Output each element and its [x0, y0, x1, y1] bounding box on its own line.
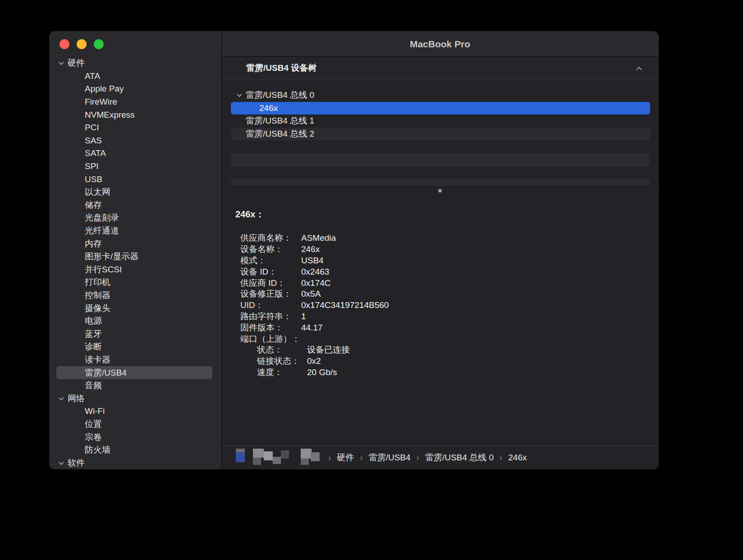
sidebar-item-label: 雷雳/USB4 [85, 367, 127, 379]
sidebar-item-thunderbolt-usb4[interactable]: 雷雳/USB4 [56, 366, 212, 379]
tree-row-empty [231, 179, 650, 186]
tree-row-246x[interactable]: 246x [231, 102, 650, 115]
detail-label: 状态： [257, 344, 307, 356]
sidebar-item-disc-burning[interactable]: 光盘刻录 [56, 211, 212, 225]
device-tree-list: 雷雳/USB4 总线 0 246x 雷雳/USB4 总线 1 雷雳/USB4 总… [222, 80, 658, 186]
sidebar-item-ata[interactable]: ATA [56, 70, 212, 83]
sidebar-item-label: 蓝牙 [85, 328, 102, 340]
detail-value: USB4 [301, 256, 324, 266]
sidebar-item-label: 打印机 [85, 276, 110, 288]
sidebar-item-label: ATA [85, 71, 100, 81]
device-tree-title: 雷雳/USB4 设备树 [246, 62, 316, 74]
sidebar-item-graphics-displays[interactable]: 图形卡/显示器 [56, 250, 212, 263]
minimize-button[interactable] [77, 39, 87, 49]
sidebar-item-volumes[interactable]: 宗卷 [56, 431, 212, 444]
detail-value: 设备已连接 [307, 344, 350, 356]
tree-row-bus2[interactable]: 雷雳/USB4 总线 2 [231, 128, 650, 141]
close-button[interactable] [60, 39, 69, 49]
splitter-handle-icon[interactable] [438, 189, 442, 193]
details-pane: 246x： 供应商名称：ASMedia 设备名称：246x 模式：USB4 设备… [222, 195, 658, 445]
detail-value: 44.17 [301, 323, 323, 333]
detail-row-port-upstream: 端口（上游）： [240, 333, 649, 344]
sidebar-item-label: NVMExpress [85, 110, 135, 120]
sidebar-item-locations[interactable]: 位置 [56, 418, 212, 431]
sidebar-group-label: 硬件 [68, 57, 85, 69]
detail-label: 设备 ID： [240, 266, 301, 278]
detail-row-route-string: 路由字符串：1 [240, 311, 649, 322]
sidebar-item-card-reader[interactable]: 读卡器 [56, 353, 212, 367]
sidebar-item-fibre-channel[interactable]: 光纤通道 [56, 225, 212, 238]
breadcrumb-separator: › [327, 453, 332, 463]
breadcrumb-item-thunderbolt-usb4[interactable]: 雷雳/USB4 [369, 452, 411, 464]
detail-label: 路由字符串： [240, 311, 301, 322]
tree-row-label: 246x [259, 103, 278, 113]
detail-value: 0x174C [301, 278, 331, 288]
sidebar-nav: 硬件 ATA Apple Pay FireWire NVMExpress PCI… [50, 57, 221, 469]
detail-value: 246x [301, 244, 320, 254]
sidebar-item-firewall[interactable]: 防火墙 [56, 444, 212, 457]
sidebar-item-wifi[interactable]: Wi-Fi [56, 405, 212, 418]
window-title: MacBook Pro [410, 39, 470, 50]
tree-row-label: 雷雳/USB4 总线 1 [246, 115, 314, 127]
sidebar-item-sata[interactable]: SATA [56, 147, 212, 160]
detail-label: 供应商 ID： [240, 277, 301, 289]
sidebar-item-label: 储存 [85, 199, 102, 211]
sidebar-item-controller[interactable]: 控制器 [56, 289, 212, 302]
sidebar-item-pci[interactable]: PCI [56, 121, 212, 134]
sidebar-group-network[interactable]: 网络 [50, 392, 221, 405]
sidebar-item-sas[interactable]: SAS [56, 134, 212, 147]
sidebar-item-label: Wi-Fi [85, 406, 105, 416]
sidebar-item-storage[interactable]: 储存 [56, 199, 212, 212]
breadcrumb-separator: › [358, 453, 364, 463]
sidebar-group-software[interactable]: 软件 [50, 456, 221, 469]
detail-row-firmware-version: 固件版本：44.17 [240, 322, 649, 333]
sidebar-item-label: 摄像头 [85, 303, 110, 314]
sidebar-item-memory[interactable]: 内存 [56, 237, 212, 250]
breadcrumb-item-bus0[interactable]: 雷雳/USB4 总线 0 [425, 452, 494, 464]
sidebar-item-label: 防火墙 [85, 444, 110, 456]
sidebar-item-usb[interactable]: USB [56, 173, 212, 186]
detail-row-vendor-name: 供应商名称：ASMedia [240, 233, 649, 244]
sidebar-group-label: 软件 [68, 457, 85, 469]
sidebar-item-spi[interactable]: SPI [56, 160, 212, 173]
title-bar[interactable]: MacBook Pro [222, 32, 658, 57]
sidebar-item-label: PCI [85, 123, 99, 133]
chevron-down-icon[interactable] [237, 92, 242, 97]
sidebar-item-label: USB [85, 174, 102, 184]
detail-value: 0x5A [301, 289, 321, 299]
sidebar-item-label: 光纤通道 [85, 225, 119, 237]
sidebar-item-apple-pay[interactable]: Apple Pay [56, 83, 212, 96]
tree-row-bus1[interactable]: 雷雳/USB4 总线 1 [231, 115, 650, 128]
zoom-button[interactable] [94, 39, 104, 49]
tree-row-empty [231, 166, 650, 179]
chevron-down-icon [59, 60, 64, 65]
detail-label: 设备修正版： [240, 288, 301, 300]
sidebar-item-diagnostics[interactable]: 诊断 [56, 340, 212, 353]
pane-splitter[interactable] [222, 186, 658, 195]
sidebar-item-camera[interactable]: 摄像头 [56, 302, 212, 315]
detail-value: 20 Gb/s [307, 367, 337, 377]
sidebar-item-label: 音频 [85, 380, 102, 391]
chevron-up-icon[interactable] [636, 66, 642, 72]
tree-row-empty [231, 140, 650, 153]
sidebar-item-nvmexpress[interactable]: NVMExpress [56, 108, 212, 121]
main-panel: MacBook Pro 雷雳/USB4 设备树 雷雳/USB4 总线 0 246… [222, 32, 658, 469]
sidebar-item-power[interactable]: 电源 [56, 315, 212, 328]
sidebar-group-hardware[interactable]: 硬件 [50, 57, 221, 70]
detail-label: 速度： [257, 367, 307, 378]
breadcrumb-item-hardware[interactable]: 硬件 [337, 452, 354, 464]
breadcrumb-item-246x[interactable]: 246x [508, 453, 527, 463]
system-information-window: 硬件 ATA Apple Pay FireWire NVMExpress PCI… [50, 32, 658, 469]
sidebar-item-firewire[interactable]: FireWire [56, 96, 212, 109]
detail-row-mode: 模式：USB4 [240, 255, 649, 266]
sidebar-item-printers[interactable]: 打印机 [56, 276, 212, 289]
detail-label: 供应商名称： [240, 232, 301, 244]
sidebar-item-parallel-scsi[interactable]: 并行SCSI [56, 263, 212, 276]
tree-row-bus0[interactable]: 雷雳/USB4 总线 0 [231, 89, 650, 102]
sidebar-item-ethernet[interactable]: 以太网 [56, 186, 212, 199]
tree-row-label: 雷雳/USB4 总线 0 [246, 89, 314, 101]
sidebar-item-label: 诊断 [85, 341, 102, 353]
sidebar-item-bluetooth[interactable]: 蓝牙 [56, 327, 212, 340]
sidebar-item-label: 控制器 [85, 289, 110, 301]
sidebar-item-audio[interactable]: 音频 [56, 379, 212, 392]
